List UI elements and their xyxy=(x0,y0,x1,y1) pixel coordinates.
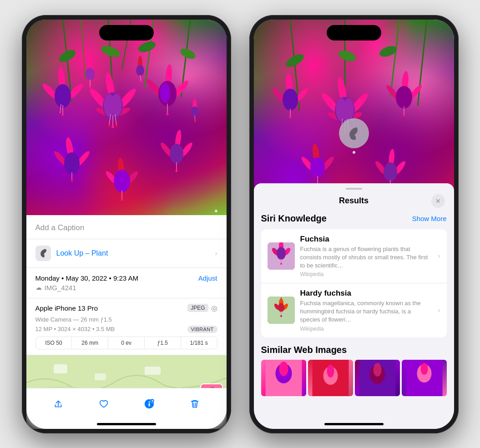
results-title: Results xyxy=(339,196,369,206)
fuchsia-content: Fuchsia Fuchsia is a genus of flowering … xyxy=(300,235,431,278)
svg-point-27 xyxy=(55,84,71,108)
svg-point-155 xyxy=(327,365,334,378)
web-image-2[interactable] xyxy=(308,360,353,396)
svg-point-8 xyxy=(136,39,157,54)
svg-point-37 xyxy=(166,113,168,115)
knowledge-item-hardy[interactable]: Hardy fuchsia Fuchsia magellanica, commo… xyxy=(261,283,447,337)
hardy-source: Wikipedia xyxy=(300,326,431,332)
show-more-button[interactable]: Show More xyxy=(412,215,447,222)
svg-line-66 xyxy=(195,116,195,121)
svg-point-23 xyxy=(115,125,117,127)
delete-button[interactable] xyxy=(185,394,205,414)
web-image-4[interactable] xyxy=(402,360,447,396)
knowledge-card: Fuchsia Fuchsia is a genus of flowering … xyxy=(261,229,447,337)
lookup-subject: Plant xyxy=(89,249,108,257)
svg-point-30 xyxy=(61,113,64,116)
svg-point-67 xyxy=(194,121,196,123)
svg-point-21 xyxy=(111,126,114,128)
svg-point-43 xyxy=(136,65,144,76)
web-images-title: Similar Web Images xyxy=(261,345,447,355)
exif-row: ISO 50 26 mm 0 ev ƒ1.5 1/181 s xyxy=(35,337,217,349)
map-thumbnail xyxy=(200,383,223,388)
map-area[interactable] xyxy=(26,355,227,388)
fuchsia-desc: Fuchsia is a genus of flowering plants t… xyxy=(300,245,431,270)
svg-line-4 xyxy=(81,20,86,79)
svg-point-55 xyxy=(170,144,183,164)
meta-date: Monday • May 30, 2022 • 9:23 AM xyxy=(35,274,138,282)
web-images-row xyxy=(261,360,447,396)
results-panel: Results ✕ Siri Knowledge Show More xyxy=(254,183,454,429)
svg-point-141 xyxy=(280,263,282,265)
filename: IMG_4241 xyxy=(45,284,76,292)
caption-area[interactable]: Add a Caption xyxy=(26,215,227,239)
knowledge-item-fuchsia[interactable]: Fuchsia Fuchsia is a genus of flowering … xyxy=(261,229,447,284)
svg-point-139 xyxy=(277,247,286,260)
leaf-icon xyxy=(38,248,48,258)
exif-ev: 0 ev xyxy=(108,337,145,349)
svg-point-110 xyxy=(289,116,291,118)
meta-section: Monday • May 30, 2022 • 9:23 AM Adjust ☁… xyxy=(26,268,227,298)
device-badges: JPEG ◎ xyxy=(187,304,217,312)
fuchsia-chevron: › xyxy=(438,252,440,260)
device-section: Apple iPhone 13 Pro JPEG ◎ Wide Camera —… xyxy=(26,298,227,355)
svg-point-63 xyxy=(121,198,123,201)
page-dot xyxy=(215,210,217,212)
siri-knowledge-title: Siri Knowledge xyxy=(261,213,327,224)
svg-point-114 xyxy=(396,86,412,109)
cloud-icon: ☁ xyxy=(35,284,42,291)
svg-point-149 xyxy=(280,315,282,317)
caption-placeholder: Add a Caption xyxy=(35,223,85,232)
home-indicator xyxy=(97,423,156,425)
web-image-1[interactable] xyxy=(261,360,306,396)
svg-point-116 xyxy=(403,114,405,116)
svg-point-39 xyxy=(86,68,95,81)
phones-container: Add a Caption Look Up – Plant › xyxy=(8,1,472,447)
hardy-chevron: › xyxy=(438,306,440,314)
svg-rect-70 xyxy=(95,373,106,380)
location-icon[interactable]: ◎ xyxy=(211,304,217,312)
svg-point-158 xyxy=(373,363,381,377)
left-scroll-content: Add a Caption Look Up – Plant › xyxy=(26,215,227,388)
lookup-icon xyxy=(35,246,51,261)
web-image-3[interactable] xyxy=(355,360,400,396)
results-scroll[interactable]: Siri Knowledge Show More xyxy=(254,213,454,429)
svg-point-49 xyxy=(64,152,80,174)
lookup-label: Look Up – Plant xyxy=(56,249,108,257)
visual-intelligence-button[interactable] xyxy=(339,118,369,148)
info-button[interactable]: ✦ xyxy=(139,394,159,414)
lookup-row[interactable]: Look Up – Plant › xyxy=(26,239,227,268)
right-phone: Results ✕ Siri Knowledge Show More xyxy=(249,15,459,433)
svg-point-65 xyxy=(191,106,198,116)
svg-line-86 xyxy=(390,20,399,97)
info-icon-svg: ✦ xyxy=(143,398,155,410)
results-header: Results ✕ xyxy=(254,190,454,213)
mp-text: 12 MP • 3024 × 4032 • 3.5 MB xyxy=(35,326,115,332)
camera-details: Wide Camera — 26 mm ƒ1.5 xyxy=(35,316,217,323)
web-images-section: Similar Web Images xyxy=(261,345,447,396)
svg-rect-69 xyxy=(54,364,67,373)
close-button[interactable]: ✕ xyxy=(431,194,445,208)
format-badge: JPEG xyxy=(187,304,208,312)
share-button[interactable] xyxy=(48,394,68,414)
vi-leaf-icon xyxy=(345,124,363,142)
svg-line-44 xyxy=(140,75,141,81)
svg-point-120 xyxy=(310,157,325,177)
svg-line-87 xyxy=(418,20,427,106)
svg-point-22 xyxy=(108,125,110,127)
svg-rect-71 xyxy=(145,367,161,375)
hardy-desc: Fuchsia magellanica, commonly known as t… xyxy=(300,299,431,324)
lookup-chevron: › xyxy=(215,249,217,257)
right-home-indicator xyxy=(324,423,384,425)
svg-point-45 xyxy=(140,81,142,83)
exif-shutter: 1/181 s xyxy=(181,337,217,349)
adjust-button[interactable]: Adjust xyxy=(198,274,217,282)
svg-point-152 xyxy=(279,362,288,376)
svg-point-61 xyxy=(114,170,130,192)
svg-point-161 xyxy=(420,363,428,375)
svg-point-9 xyxy=(178,46,197,61)
hardy-thumbnail xyxy=(268,297,295,324)
like-button[interactable] xyxy=(94,394,114,414)
svg-text:✦: ✦ xyxy=(151,399,153,403)
left-photo-area xyxy=(26,20,227,215)
svg-point-17 xyxy=(111,94,122,116)
